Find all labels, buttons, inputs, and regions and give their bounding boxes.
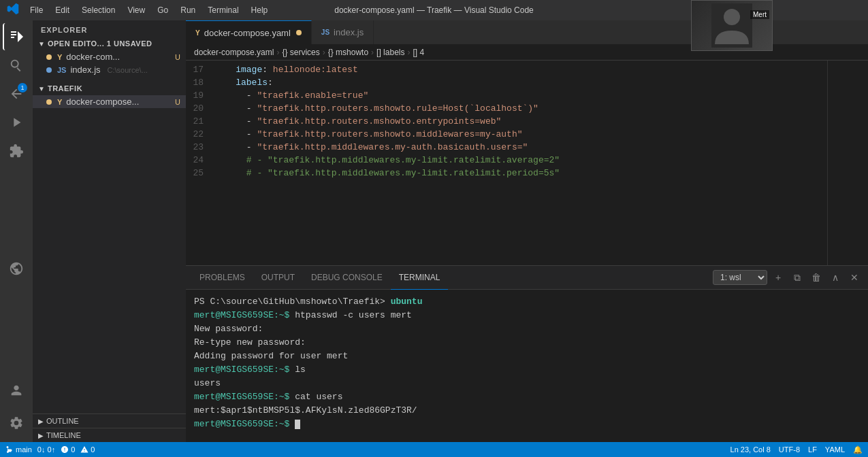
- menu-edit[interactable]: Edit: [50, 4, 75, 16]
- breadcrumb-file[interactable]: docker-compose.yaml: [194, 48, 274, 57]
- terminal-line-7: users: [194, 377, 860, 390]
- terminal-selector[interactable]: 1: wsl: [713, 270, 767, 285]
- status-line[interactable]: Ln 23, Col 8: [730, 445, 771, 454]
- open-editors-header[interactable]: ▼ OPEN EDITO... 1 UNSAVED: [33, 37, 186, 50]
- open-file-js[interactable]: JS index.js C:\source\...: [33, 63, 186, 76]
- prompt-8: mert@MSIGS659SE:~$: [194, 392, 289, 402]
- js-icon: JS: [57, 66, 66, 74]
- output-7: users: [194, 378, 221, 388]
- sidebar-title: EXPLORER: [33, 20, 186, 37]
- terminal-line-4: Re-type new password:: [194, 336, 860, 350]
- terminal-line-6: mert@MSIGS659SE:~$ ls: [194, 363, 860, 377]
- vscode-icon: [7, 3, 19, 18]
- tab-docker-compose[interactable]: Y docker-compose.yaml: [186, 20, 312, 44]
- split-terminal-button[interactable]: ⧉: [789, 269, 805, 286]
- code-line: 17 image: hellonode:latest: [186, 63, 868, 76]
- prompt-10: mert@MSIGS659SE:~$: [194, 419, 289, 429]
- cmd-6: ls: [289, 365, 305, 375]
- breadcrumb-labels[interactable]: [] labels: [376, 48, 404, 57]
- code-editor[interactable]: 17 image: hellonode:latest18 labels:19 -…: [186, 61, 868, 265]
- traefik-dot: [46, 99, 52, 105]
- tab-problems[interactable]: PROBLEMS: [191, 266, 253, 290]
- status-sync[interactable]: 0↓ 0↑: [37, 445, 55, 454]
- output-3: New password:: [194, 324, 263, 334]
- menu-file[interactable]: File: [25, 4, 48, 16]
- menu-run[interactable]: Run: [175, 4, 201, 16]
- terminal-line-1: PS C:\source\GitHub\mshowto\Traefik> ubu…: [194, 295, 860, 309]
- tab-debug-console[interactable]: DEBUG CONSOLE: [303, 266, 391, 290]
- outline-label: OUTLINE: [46, 417, 79, 425]
- status-encoding[interactable]: UTF-8: [779, 445, 800, 454]
- code-line: 24 # - "traefik.http.middlewares.my-limi…: [186, 154, 868, 167]
- terminal-body[interactable]: PS C:\source\GitHub\mshowto\Traefik> ubu…: [186, 290, 868, 442]
- status-branch[interactable]: main: [5, 445, 32, 454]
- activity-settings[interactable]: [3, 409, 30, 437]
- menu-terminal[interactable]: Terminal: [202, 4, 244, 16]
- breadcrumb-4[interactable]: [] 4: [413, 48, 424, 57]
- yaml-tab-icon: Y: [195, 29, 200, 37]
- timeline-section[interactable]: ▶ TIMELINE: [33, 428, 186, 442]
- line-number: 19: [186, 89, 214, 102]
- chevron-right-icon-outline: ▶: [38, 418, 44, 425]
- panel-actions: 1: wsl + ⧉ 🗑 ∧ ✕: [713, 269, 863, 286]
- status-warnings[interactable]: 0: [80, 445, 95, 454]
- menu-view[interactable]: View: [122, 4, 150, 16]
- activity-source-control[interactable]: 1: [3, 80, 30, 107]
- code-line: 21 - "traefik.http.routers.mshowto.entry…: [186, 115, 868, 128]
- new-terminal-button[interactable]: +: [770, 269, 786, 286]
- code-line: 19 - "traefik.enable=true": [186, 89, 868, 102]
- webcam-label: Mert: [750, 10, 769, 19]
- status-line-ending[interactable]: LF: [808, 445, 817, 454]
- status-language[interactable]: YAML: [825, 445, 845, 454]
- chevron-down-icon-traefik: ▼: [38, 85, 45, 92]
- terminal-panel: PROBLEMS OUTPUT DEBUG CONSOLE TERMINAL 1…: [186, 265, 868, 442]
- traefik-yaml-icon: Y: [57, 98, 62, 106]
- error-count: 0: [71, 445, 75, 454]
- activity-extensions[interactable]: [3, 137, 30, 165]
- traefik-label: TRAEFIK: [48, 84, 82, 92]
- svg-point-1: [724, 9, 740, 25]
- status-left: main 0↓ 0↑ 0 0: [5, 445, 95, 454]
- chevron-down-icon: ▼: [38, 40, 45, 48]
- panel-collapse-button[interactable]: ∧: [827, 269, 843, 286]
- terminal-line-8: mert@MSIGS659SE:~$ cat users: [194, 390, 860, 404]
- timeline-label: TIMELINE: [46, 431, 81, 439]
- trash-terminal-button[interactable]: 🗑: [808, 269, 824, 286]
- activity-accounts[interactable]: [3, 377, 30, 404]
- status-feedback[interactable]: 🔔: [853, 445, 863, 454]
- code-editor-area[interactable]: 17 image: hellonode:latest18 labels:19 -…: [186, 61, 868, 265]
- tab-docker-compose-label: docker-compose.yaml: [204, 28, 291, 38]
- traefik-section: ▼ TRAEFIK Y docker-compose... U: [33, 82, 186, 108]
- cmd-8: cat users: [289, 392, 342, 402]
- line-number: 21: [186, 115, 214, 128]
- traefik-file-yaml[interactable]: Y docker-compose... U: [33, 95, 186, 108]
- menu-help[interactable]: Help: [246, 4, 274, 16]
- activity-bar: 1: [0, 20, 33, 442]
- terminal-line-5: Adding password for user mert: [194, 350, 860, 363]
- tab-index-js[interactable]: JS index.js: [312, 20, 374, 44]
- terminal-line-2: mert@MSIGS659SE:~$ htpasswd -c users mer…: [194, 309, 860, 322]
- activity-search[interactable]: [3, 52, 30, 79]
- code-line: 20 - "traefik.http.routers.mshowto.rule=…: [186, 102, 868, 115]
- panel-close-button[interactable]: ✕: [846, 269, 863, 286]
- activity-explorer[interactable]: [3, 23, 30, 50]
- line-content: - "traefik.http.middlewares.my-auth.basi…: [214, 141, 868, 154]
- breadcrumb-mshowto[interactable]: {} mshowto: [328, 48, 368, 57]
- file-dot-js: [46, 67, 52, 73]
- branch-name: main: [16, 445, 32, 454]
- menu-go[interactable]: Go: [152, 4, 174, 16]
- open-file-yaml[interactable]: Y docker-com... U: [33, 50, 186, 63]
- tab-terminal[interactable]: TERMINAL: [391, 266, 449, 290]
- cursor-space: [289, 419, 295, 429]
- warning-count: 0: [91, 445, 95, 454]
- activity-remote[interactable]: [3, 255, 30, 282]
- breadcrumb-services[interactable]: {} services: [282, 48, 319, 57]
- activity-run[interactable]: [3, 109, 30, 136]
- ps-prompt: PS C:\source\GitHub\mshowto\Traefik>: [194, 297, 391, 307]
- line-number: 24: [186, 154, 214, 167]
- menu-selection[interactable]: Selection: [76, 4, 120, 16]
- tab-output[interactable]: OUTPUT: [253, 266, 303, 290]
- traefik-header[interactable]: ▼ TRAEFIK: [33, 82, 186, 95]
- outline-section[interactable]: ▶ OUTLINE: [33, 413, 186, 428]
- status-errors[interactable]: 0: [61, 445, 75, 454]
